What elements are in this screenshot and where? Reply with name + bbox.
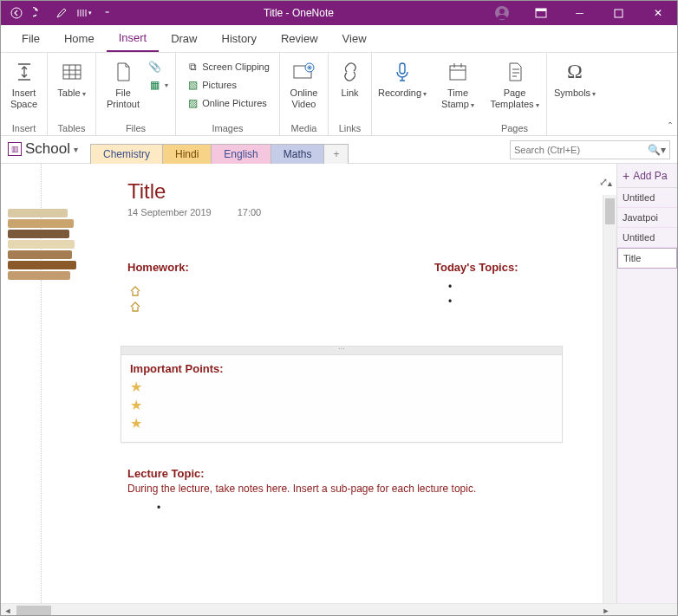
file-attachment-button[interactable]: 📎 — [147, 58, 170, 75]
important-container[interactable]: Important Points: ★ ★ ★ — [121, 346, 563, 443]
insert-space-button[interactable]: Insert Space — [5, 55, 43, 113]
symbols-button[interactable]: Ω Symbols — [549, 55, 601, 102]
todays-topics-heading[interactable]: Today's Topics: — [434, 261, 518, 274]
star-icon[interactable]: ★ — [130, 415, 553, 431]
back-icon[interactable] — [8, 4, 25, 22]
svg-point-2 — [499, 9, 505, 14]
spreadsheet-icon: ▦ — [148, 78, 162, 92]
search-box[interactable]: 🔍▾ — [510, 140, 670, 159]
page-list: Untitled Javatpoi Untitled Title — [617, 188, 677, 269]
group-label-pages: Pages — [501, 121, 528, 133]
table-button[interactable]: Table — [52, 55, 90, 102]
svg-rect-5 — [615, 10, 623, 17]
link-button[interactable]: Link — [331, 55, 369, 102]
group-label-insert: Insert — [12, 121, 36, 133]
star-icon[interactable]: ★ — [130, 397, 553, 413]
undo-icon[interactable] — [30, 4, 48, 22]
page-item[interactable]: Title — [617, 248, 677, 269]
todays-topics-bullets[interactable]: •• — [448, 280, 452, 309]
lecture-bullet[interactable]: • — [157, 502, 160, 514]
page-item[interactable]: Untitled — [617, 188, 677, 208]
ribbon: Insert Space Insert Table Tables File Pr… — [1, 53, 677, 136]
scroll-thumb[interactable] — [605, 198, 615, 224]
vertical-scrollbar[interactable]: ▲ — [603, 195, 616, 603]
ribbon-display-icon[interactable] — [521, 1, 560, 25]
online-video-button[interactable]: Online Video — [285, 55, 323, 113]
ribbon-group-timestamp: Time Stamp — [433, 53, 483, 135]
menu-insert[interactable]: Insert — [107, 25, 160, 52]
menu-home[interactable]: Home — [52, 26, 107, 51]
tab-maths[interactable]: Maths — [271, 144, 325, 164]
notebook-selector[interactable]: ▥ School ▾ — [6, 139, 83, 163]
brush-icon[interactable] — [53, 4, 70, 22]
page-time[interactable]: 17:00 — [238, 207, 262, 217]
link-label: Link — [341, 88, 358, 99]
page-date[interactable]: 14 September 2019 — [127, 207, 212, 217]
homework-icons — [129, 285, 141, 313]
search-input[interactable] — [514, 145, 648, 155]
pictures-button[interactable]: ▧Pictures — [184, 76, 271, 94]
menu-file[interactable]: File — [10, 26, 52, 51]
table-label: Table — [57, 88, 85, 99]
container-handle[interactable] — [121, 347, 562, 355]
collapse-ribbon-icon[interactable]: ˆ — [668, 121, 672, 133]
close-button[interactable]: ✕ — [638, 1, 677, 25]
menu-view[interactable]: View — [330, 26, 379, 51]
svg-rect-9 — [400, 63, 405, 74]
account-icon[interactable] — [482, 1, 521, 25]
online-video-icon — [290, 58, 318, 86]
online-pictures-label: Online Pictures — [202, 98, 267, 108]
ribbon-group-images: ⧉Screen Clipping ▧Pictures ▨Online Pictu… — [176, 53, 280, 135]
svg-rect-6 — [63, 65, 81, 79]
maximize-button[interactable] — [599, 1, 638, 25]
horizontal-scrollbar[interactable]: ◄ ► — [1, 603, 677, 616]
house-icon[interactable] — [129, 301, 141, 313]
symbols-label: Symbols — [554, 88, 596, 99]
page-canvas[interactable]: Title 14 September 2019 17:00 ⤢ Homework… — [1, 164, 616, 603]
online-pictures-button[interactable]: ▨Online Pictures — [184, 94, 271, 112]
tab-add[interactable]: + — [323, 144, 349, 164]
spreadsheet-button[interactable]: ▦▾ — [147, 76, 170, 94]
page-templates-button[interactable]: Page Templates — [485, 55, 544, 113]
scroll-right-arrow[interactable]: ► — [599, 606, 613, 615]
scroll-thumb[interactable] — [16, 606, 51, 616]
qat-more-icon[interactable]: ⁼ — [98, 4, 115, 22]
scroll-track[interactable] — [15, 606, 599, 616]
page-title[interactable]: Title — [127, 179, 166, 204]
menu-history[interactable]: History — [210, 26, 269, 51]
ribbon-group-pages: Page Templates Pages — [483, 53, 547, 135]
page-item[interactable]: Untitled — [617, 228, 677, 248]
tab-english[interactable]: English — [211, 144, 271, 164]
view-icon[interactable]: ▾ — [75, 4, 93, 22]
screen-clipping-button[interactable]: ⧉Screen Clipping — [184, 58, 271, 75]
tab-chemistry[interactable]: Chemistry — [90, 144, 163, 164]
recording-button[interactable]: Recording — [373, 55, 432, 102]
book-stack-image — [4, 169, 87, 290]
content-area: Title 14 September 2019 17:00 ⤢ Homework… — [1, 164, 677, 603]
page-item[interactable]: Javatpoi — [617, 208, 677, 228]
chevron-down-icon: ▾ — [74, 145, 78, 154]
online-pictures-icon: ▨ — [186, 96, 199, 110]
scroll-up-arrow[interactable]: ▲ — [603, 179, 616, 193]
file-printout-label: File Printout — [107, 88, 140, 109]
menu-draw[interactable]: Draw — [159, 26, 209, 51]
star-icon[interactable]: ★ — [130, 379, 553, 395]
file-printout-button[interactable]: File Printout — [101, 55, 145, 113]
important-heading[interactable]: Important Points: — [121, 355, 562, 379]
search-icon[interactable]: 🔍▾ — [648, 144, 666, 156]
pictures-icon: ▧ — [186, 78, 199, 92]
add-page-button[interactable]: + Add Pa — [617, 164, 677, 188]
group-label-links: Links — [339, 121, 362, 133]
lecture-topic-heading[interactable]: Lecture Topic: — [127, 467, 205, 480]
time-stamp-button[interactable]: Time Stamp — [436, 55, 479, 113]
lecture-topic-body[interactable]: During the lecture, take notes here. Ins… — [127, 483, 476, 495]
menu-review[interactable]: Review — [269, 26, 330, 51]
minimize-button[interactable]: ─ — [560, 1, 599, 25]
group-label-images: Images — [212, 121, 243, 133]
add-page-label: Add Pa — [633, 170, 667, 182]
tab-hindi[interactable]: Hindi — [162, 144, 212, 164]
scroll-left-arrow[interactable]: ◄ — [1, 606, 15, 615]
house-icon[interactable] — [129, 285, 141, 297]
homework-heading[interactable]: Homework: — [127, 261, 189, 274]
notebook-icon: ▥ — [8, 142, 22, 156]
